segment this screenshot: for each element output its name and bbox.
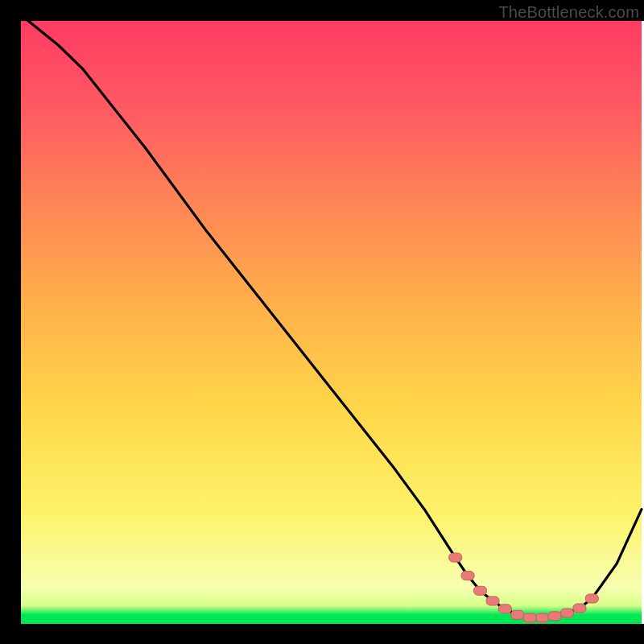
bottleneck-chart: TheBottleneck.com — [0, 0, 644, 644]
plot-gradient — [21, 21, 642, 624]
frame-bottom — [0, 624, 644, 644]
frame-left — [0, 0, 21, 644]
watermark-label: TheBottleneck.com — [498, 3, 639, 22]
